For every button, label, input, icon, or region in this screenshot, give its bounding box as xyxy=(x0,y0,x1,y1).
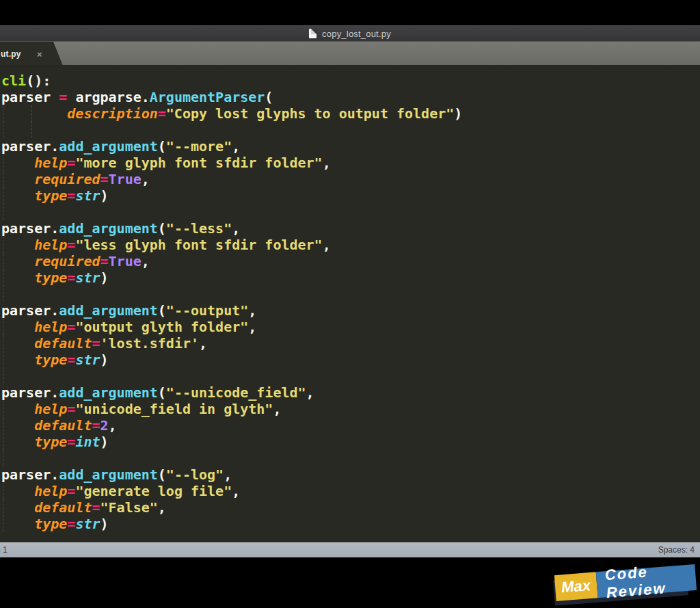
code-line: parser.add_argument("--less", xyxy=(1,220,462,237)
code-line: cli(): xyxy=(1,72,462,89)
code-editor-viewport[interactable]: cli():parser = argparse.ArgumentParser( … xyxy=(0,65,700,542)
file-document-icon xyxy=(309,29,317,38)
indent-guide xyxy=(3,286,3,302)
app-window: copy_lost_out.py ut.py × cli():parser = … xyxy=(0,0,700,608)
indent-guide xyxy=(3,417,3,434)
indent-guide xyxy=(3,187,3,204)
code-line: help="more glyph font sfdir folder", xyxy=(1,155,462,171)
code-line: type=int) xyxy=(1,434,462,450)
code-line: help="less glyph font sfdir folder", xyxy=(1,237,462,253)
code-line: parser.add_argument("--output", xyxy=(1,302,462,319)
code-line: type=str) xyxy=(1,269,462,286)
indent-guide xyxy=(31,122,32,138)
watermark-part-max: Max xyxy=(554,572,598,601)
code-line: type=str) xyxy=(1,187,462,204)
code-line: parser.add_argument("--more", xyxy=(1,138,462,155)
code-line: type=str) xyxy=(1,352,462,368)
code-line xyxy=(1,204,462,220)
tab-close-icon[interactable]: × xyxy=(37,49,42,59)
code-line: default="False", xyxy=(1,499,462,516)
indent-guide xyxy=(3,237,3,253)
code-line: parser = argparse.ArgumentParser( xyxy=(1,89,462,105)
indent-guide xyxy=(3,253,3,269)
code-line: type=str) xyxy=(1,516,462,532)
code-line: default=2, xyxy=(1,417,462,434)
indent-guide xyxy=(3,105,3,122)
indent-guide xyxy=(3,401,3,417)
indent-guide xyxy=(3,434,3,450)
code-line: help="generate log file", xyxy=(1,483,462,499)
indent-guide xyxy=(3,516,3,532)
window-title-bar: copy_lost_out.py xyxy=(0,25,700,41)
indent-guide xyxy=(3,499,3,516)
tab-label: ut.py xyxy=(1,49,21,59)
status-indentation-setting[interactable]: Spaces: 4 xyxy=(658,545,695,555)
code-line xyxy=(1,368,462,384)
status-cursor-position: n 1 xyxy=(0,545,8,555)
code-lines: cli():parser = argparse.ArgumentParser( … xyxy=(1,72,462,532)
indent-guide xyxy=(3,204,3,220)
tab-copy-lost-out-py[interactable]: ut.py × xyxy=(0,42,64,66)
code-line xyxy=(1,122,462,138)
code-line xyxy=(1,450,462,466)
indent-guide xyxy=(3,450,3,466)
indent-guide xyxy=(3,269,3,286)
indent-guide xyxy=(3,155,3,171)
window-title: copy_lost_out.py xyxy=(322,29,391,39)
code-line: parser.add_argument("--unicode_field", xyxy=(1,384,462,401)
watermark-badge: Max Code Review xyxy=(552,568,696,607)
indent-guide xyxy=(3,483,3,499)
code-line: description="Copy lost glyphs to output … xyxy=(1,105,462,122)
indent-guide xyxy=(31,105,32,122)
indent-guide xyxy=(3,171,3,187)
status-bar: n 1 Spaces: 4 xyxy=(0,542,700,557)
indent-guide xyxy=(3,352,3,368)
code-line xyxy=(1,286,462,302)
indent-guide xyxy=(3,368,3,384)
watermark-text: Max Code Review xyxy=(554,564,697,601)
watermark-part-code-review: Code Review xyxy=(595,564,697,598)
indent-guide xyxy=(3,335,3,352)
code-line: parser.add_argument("--log", xyxy=(1,466,462,483)
code-line: default='lost.sfdir', xyxy=(1,335,462,352)
code-line: required=True, xyxy=(1,253,462,269)
code-line: required=True, xyxy=(1,171,462,187)
indent-guide xyxy=(3,122,3,138)
code-line: help="unicode_field in glyth", xyxy=(1,401,462,417)
indent-guide xyxy=(3,319,3,335)
tab-bar: ut.py × xyxy=(0,41,700,65)
code-line: help="output glyth folder", xyxy=(1,319,462,335)
